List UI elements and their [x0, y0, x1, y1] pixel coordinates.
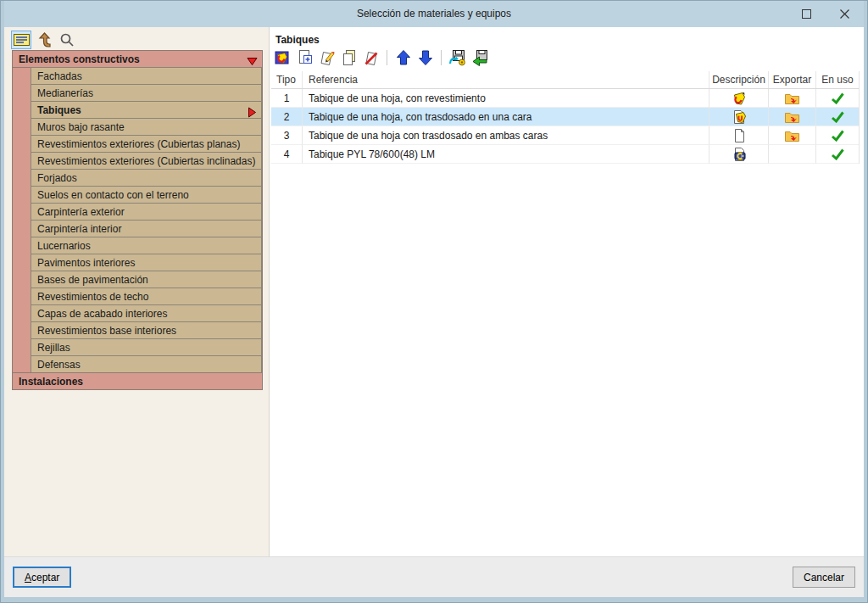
sidebar-toolbar: [4, 27, 269, 49]
move-up-button[interactable]: [393, 48, 413, 67]
export-folder-icon: [784, 129, 800, 142]
move-down-button[interactable]: [415, 48, 435, 67]
tree-item-label: Capas de acabado interiores: [37, 308, 167, 320]
tree-item[interactable]: Revestimientos exteriores (Cubiertas pla…: [31, 135, 262, 153]
column-header[interactable]: Descripción: [709, 71, 769, 88]
tree-item[interactable]: Tabiques: [31, 101, 262, 119]
delete-icon: [363, 49, 380, 66]
cell-descripcion[interactable]: [709, 89, 769, 108]
tree-item-label: Revestimientos de techo: [37, 291, 148, 303]
maximize-icon: [802, 9, 811, 19]
close-icon: [840, 9, 849, 19]
close-button[interactable]: [826, 0, 864, 27]
copy-button[interactable]: [339, 48, 359, 67]
move-up-icon: [396, 49, 411, 66]
main-toolbar: [270, 47, 864, 70]
tree-item-label: Medianerías: [37, 87, 93, 99]
add-button[interactable]: [295, 48, 314, 67]
tree-item-label: Lucernarios: [37, 240, 91, 252]
check-icon: [831, 130, 844, 142]
delete-button[interactable]: [361, 48, 381, 67]
table-row[interactable]: 4Tabique PYL 78/600(48) LM: [271, 145, 859, 164]
tree-item-label: Tabiques: [37, 104, 81, 116]
cell-referencia: Tabique de una hoja, con revestimiento: [303, 89, 709, 108]
cell-exportar[interactable]: [769, 108, 816, 126]
accept-button[interactable]: Aceptar: [13, 567, 71, 588]
element-tag-icon: [732, 91, 747, 106]
category-tree: Elementos constructivosFachadasMedianerí…: [12, 51, 263, 390]
import-library-icon: [448, 49, 466, 66]
tree-item[interactable]: Defensas: [31, 355, 262, 373]
cell-exportar[interactable]: [769, 89, 816, 108]
export-library-icon: [470, 49, 488, 66]
table-row[interactable]: 3Tabique de una hoja con trasdosado en a…: [271, 126, 859, 145]
cell-descripcion[interactable]: [709, 145, 769, 164]
tree-item[interactable]: Carpintería interior: [31, 220, 262, 237]
main-panel: Tabiques TipoReferenciaDescripciónExport…: [270, 27, 864, 556]
import-library-button[interactable]: [448, 48, 467, 67]
maximize-button[interactable]: [787, 0, 826, 27]
column-header[interactable]: Tipo: [271, 71, 303, 88]
table-row[interactable]: 1Tabique de una hoja, con revestimiento: [271, 89, 859, 108]
cell-tipo: 1: [271, 89, 303, 108]
tree-item-label: Revestimientos exteriores (Cubiertas pla…: [37, 138, 240, 150]
cancel-button[interactable]: Cancelar: [793, 567, 855, 588]
tree-item[interactable]: Fachadas: [31, 67, 262, 85]
doc-icon: [732, 128, 747, 143]
materials-table: TipoReferenciaDescripciónExportarEn uso1…: [271, 71, 860, 164]
column-header[interactable]: Referencia: [303, 71, 709, 88]
cell-exportar[interactable]: [769, 126, 816, 145]
cell-en-uso: [816, 108, 859, 126]
dialog-window: Selección de materiales y equipos Elemen…: [0, 0, 868, 603]
cell-en-uso: [816, 145, 859, 164]
move-down-icon: [418, 49, 433, 66]
tree-item[interactable]: Suelos en contacto con el terreno: [31, 186, 262, 204]
up-level-icon: [36, 31, 52, 48]
cell-referencia: Tabique de una hoja con trasdosado en am…: [303, 126, 709, 145]
titlebar: Selección de materiales y equipos: [4, 0, 864, 27]
check-icon: [831, 92, 844, 104]
tree-item[interactable]: Forjados: [31, 169, 262, 187]
tree-item[interactable]: Revestimientos de techo: [31, 288, 262, 305]
doc-element-icon: [732, 109, 747, 125]
tree-item-label: Suelos en contacto con el terreno: [37, 189, 189, 201]
table-row[interactable]: 2Tabique de una hoja, con trasdosado en …: [271, 108, 859, 126]
cell-exportar[interactable]: [769, 145, 816, 164]
tree-group-0[interactable]: Elementos constructivos: [12, 50, 263, 68]
cell-tipo: 4: [271, 145, 303, 164]
tree-item[interactable]: Capas de acabado interiores: [31, 304, 262, 322]
check-icon: [831, 111, 844, 123]
tree-item-label: Rejillas: [37, 342, 70, 354]
column-header[interactable]: En uso: [816, 71, 859, 88]
export-library-button[interactable]: [470, 48, 489, 67]
tree-group-label: Elementos constructivos: [19, 53, 140, 65]
tree-item[interactable]: Revestimientos exteriores (Cubiertas inc…: [31, 152, 262, 170]
tree-item-label: Bases de pavimentación: [37, 274, 148, 286]
cell-descripcion[interactable]: [709, 108, 769, 126]
tree-item[interactable]: Lucernarios: [31, 237, 262, 254]
list-view-button[interactable]: [11, 31, 31, 49]
tree-item[interactable]: Muros bajo rasante: [31, 118, 262, 136]
add-icon: [297, 49, 314, 66]
tree-item[interactable]: Bases de pavimentación: [31, 271, 262, 288]
tree-item[interactable]: Carpintería exterior: [31, 203, 262, 221]
column-header[interactable]: Exportar: [769, 71, 816, 88]
edit-button[interactable]: [317, 48, 337, 67]
search-button[interactable]: [57, 31, 77, 49]
table-header-row: TipoReferenciaDescripciónExportarEn uso: [271, 71, 859, 89]
cell-referencia: Tabique de una hoja, con trasdosado en u…: [303, 108, 709, 126]
tri-down-icon: [247, 57, 258, 66]
cell-descripcion[interactable]: [709, 126, 769, 145]
tree-item-label: Defensas: [37, 359, 81, 371]
tree-group-1[interactable]: Instalaciones: [12, 372, 263, 390]
element-types-button[interactable]: [273, 48, 292, 67]
tree-group-label: Instalaciones: [19, 376, 83, 388]
tree-item[interactable]: Rejillas: [31, 338, 262, 356]
cell-en-uso: [816, 126, 859, 145]
tree-item[interactable]: Medianerías: [31, 84, 262, 102]
up-level-button[interactable]: [34, 31, 54, 49]
tree-item[interactable]: Pavimentos interiores: [31, 254, 262, 271]
tree-item[interactable]: Revestimientos base interiores: [31, 321, 262, 339]
search-icon: [59, 32, 75, 47]
doc-bim-icon: [732, 147, 747, 162]
